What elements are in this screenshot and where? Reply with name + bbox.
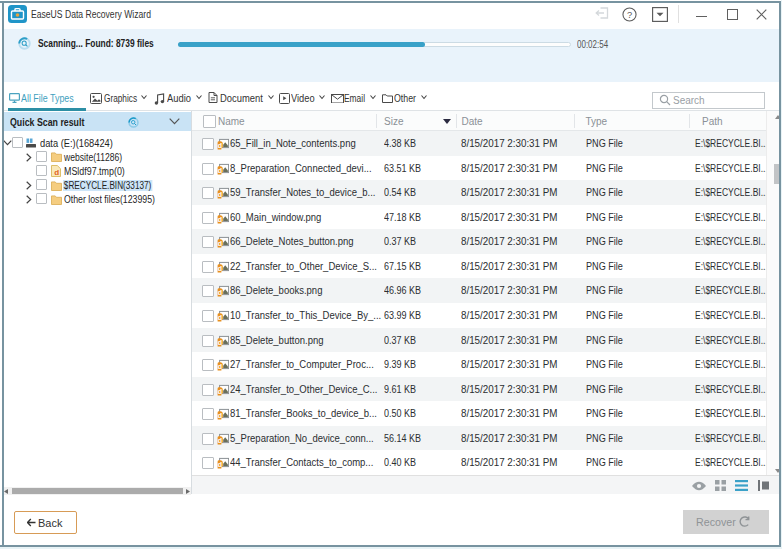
svg-text:d: d (218, 387, 222, 394)
svg-text:d: d (218, 460, 222, 467)
svg-text:d: d (218, 190, 222, 197)
svg-text:d: d (218, 141, 222, 148)
svg-text:d: d (218, 215, 222, 222)
svg-text:d: d (218, 264, 222, 271)
svg-text:d: d (218, 239, 222, 246)
svg-text:d: d (218, 338, 222, 345)
svg-text:d: d (218, 436, 222, 443)
svg-text:d: d (218, 313, 222, 320)
svg-text:d: d (218, 362, 222, 369)
svg-text:d: d (218, 288, 222, 295)
svg-text:d: d (218, 166, 222, 173)
svg-text:?: ? (627, 10, 632, 20)
svg-text:d: d (54, 168, 59, 177)
svg-text:d: d (218, 411, 222, 418)
